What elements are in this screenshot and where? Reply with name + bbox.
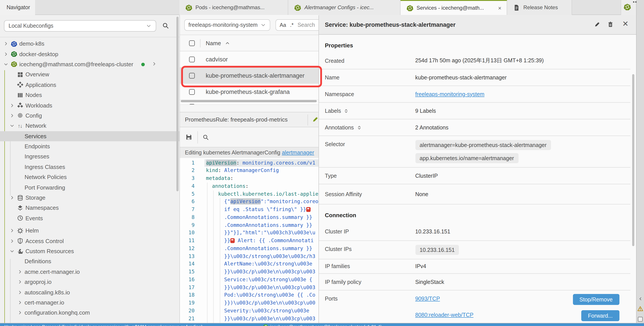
sidebar-item-services[interactable]: Services (0, 131, 179, 141)
sidebar-item-ingress-classes[interactable]: Ingress Classes (0, 162, 179, 172)
sidebar-item-acme-cert-manager-io[interactable]: acme.cert-manager.io (0, 266, 179, 277)
sidebar-item-network-policies[interactable]: Network Policies (0, 172, 179, 182)
sidebar-item-custom-resources[interactable]: Custom Resources (0, 246, 179, 256)
chevron-right-icon[interactable] (10, 113, 17, 118)
chevron-right-icon[interactable] (10, 238, 17, 243)
drawer-scrollbar[interactable] (632, 74, 634, 246)
match-case-toggle[interactable]: Aa (280, 22, 286, 28)
table-horizontal-scrollbar[interactable] (180, 100, 316, 102)
sidebar-item-configuration-konghq-com[interactable]: configuration.konghq.com (0, 308, 179, 318)
sidebar-item-nodes[interactable]: Nodes (0, 90, 179, 100)
sidebar-item-icecheng-mathmast-com-freeleaps-cluster[interactable]: icecheng@mathmast.com@freeleaps-cluster (0, 59, 179, 70)
sidebar-scrollbar[interactable] (176, 17, 178, 191)
sidebar-item-docker-desktop[interactable]: docker-desktop (0, 49, 179, 59)
sidebar-item-endpoints[interactable]: Endpoints (0, 141, 179, 152)
chevron-right-icon[interactable] (18, 270, 24, 274)
namespace-select[interactable]: freeleaps-monitoring-system (184, 19, 270, 31)
sidebar-item-network[interactable]: ↑↓Network (0, 121, 179, 131)
sidebar-item-events[interactable]: Events (0, 213, 179, 223)
sidebar-item-definitions[interactable]: Definitions (0, 256, 179, 266)
port-link-8080-reloader-web-tcp[interactable]: 8080:reloader-web/TCP (415, 312, 473, 318)
table-row-kube-prometheus-stack-alertmanager[interactable]: kube-prometheus-stack-alertmanager (180, 68, 318, 84)
code-line-12[interactable]: 12 .CommonAnnotations.summary }} (180, 245, 318, 253)
code-line-17[interactable]: 17 }}\u003c/p\u003e\n\u003cp\u003 (180, 284, 318, 292)
tab-release-notes[interactable]: Release Notes (507, 0, 572, 15)
row-checkbox[interactable] (189, 56, 195, 62)
chevron-right-icon[interactable] (4, 52, 10, 56)
code-line-7[interactable]: 7 if eq .Status \"firing\" }} (180, 206, 318, 214)
code-line-14[interactable]: 14 AlertName:\u003c/strong\u003e (180, 260, 318, 268)
chevron-right-icon[interactable] (18, 290, 24, 295)
tab-alertmanager-configs-icec[interactable]: Alertmanager Configs - icec... (288, 0, 400, 15)
row-checkbox[interactable] (189, 104, 195, 105)
sidebar-item-namespaces[interactable]: Namespaces (0, 203, 179, 213)
chevron-right-icon[interactable] (18, 310, 24, 315)
chevron-down-icon[interactable] (10, 124, 17, 128)
code-line-6[interactable]: 6 {"apiVersion":"monitoring.coreo (180, 198, 318, 206)
tab-services-icecheng-math[interactable]: Services - icecheng@math...× (400, 0, 507, 15)
sidebar-item-overview[interactable]: Overview (0, 69, 179, 80)
save-icon[interactable] (185, 134, 192, 140)
close-icon[interactable]: ✕ (622, 20, 629, 28)
sidebar-item-argoproj-io[interactable]: argoproj.io (0, 277, 179, 287)
kubeconfig-select[interactable]: Local Kubeconfigs (4, 20, 156, 32)
editor-search-icon[interactable] (202, 134, 208, 140)
table-row-kube-prometheus-stack-grafana[interactable]: kube-prometheus-stack-grafana (180, 84, 318, 100)
expander-icon[interactable] (356, 125, 362, 130)
code-line-11[interactable]: 11 }} Alert: {{ .CommonAnnotati (180, 237, 318, 245)
sidebar-item-cert-manager-io[interactable]: cert-manager.io (0, 298, 179, 308)
sidebar-item-storage[interactable]: Storage (0, 192, 179, 203)
chevron-right-icon[interactable] (18, 300, 24, 305)
sidebar-item-helm[interactable]: Helm (0, 226, 179, 236)
sidebar-item-workloads[interactable]: Workloads (0, 100, 179, 110)
navigator-tab[interactable]: Navigator (0, 0, 35, 15)
code-line-9[interactable]: 9 .CommonAnnotations.summary }} (180, 221, 318, 229)
chevron-right-icon[interactable] (18, 280, 24, 284)
chevron-right-icon[interactable] (10, 228, 17, 233)
sidebar-item-config[interactable]: Config (0, 110, 179, 121)
sidebar-item-port-forwarding[interactable]: Port Forwarding (0, 182, 179, 192)
chevron-right-icon[interactable] (152, 62, 156, 66)
delete-trash-icon[interactable] (607, 22, 613, 27)
sort-ascending-icon[interactable] (225, 40, 230, 46)
code-line-13[interactable]: 13 }}\u003c/strong\u003e\u003c/h3 (180, 252, 318, 260)
row-checkbox[interactable] (189, 72, 195, 78)
search-icon[interactable] (162, 22, 169, 29)
code-line-10[interactable]: 10 }}"}],"html":"\u003ch3\u003e\u (180, 229, 318, 237)
code-line-20[interactable]: 20 Severity:\u003c/strong\u003e (180, 307, 318, 315)
alertmanagerconfig-link[interactable]: alertmanager (282, 150, 314, 156)
expander-icon[interactable] (344, 108, 349, 114)
sidebar-item-ingresses[interactable]: Ingresses (0, 152, 179, 162)
port-button-forward[interactable]: Forward... (581, 310, 619, 321)
sidebar-item-access-control[interactable]: Access Control (0, 236, 179, 246)
edit-pencil-icon[interactable] (312, 116, 318, 122)
code-line-3[interactable]: 3metadata: (180, 175, 318, 182)
port-button-stop-remove[interactable]: Stop/Remove (573, 294, 619, 305)
code-line-4[interactable]: 4 annotations: (180, 182, 318, 190)
tab-pods-icecheng-mathmas[interactable]: Pods - icecheng@mathmas... (179, 0, 288, 15)
chevron-down-icon[interactable] (10, 249, 17, 254)
code-line-1[interactable]: 1apiVersion: monitoring.coreos.com/v1 (180, 159, 318, 167)
chevron-down-icon[interactable] (4, 62, 10, 67)
code-line-2[interactable]: 2kind: AlertmanagerConfig (180, 167, 318, 175)
yaml-editor[interactable]: 1apiVersion: monitoring.coreos.com/v12ki… (180, 158, 318, 323)
port-link-9093-tcp[interactable]: 9093/TCP (415, 296, 440, 302)
code-line-15[interactable]: 15 }}\u003c/p\u003e\n\u003cp\u003 (180, 268, 318, 276)
code-line-19[interactable]: 19 }})\u003c/p\u003e\n\u003cp\u00 (180, 299, 318, 307)
select-all-checkbox[interactable] (189, 40, 195, 46)
sidebar-item-demo-k8s[interactable]: demo-k8s (0, 38, 179, 49)
prometheusrule-dock-tab[interactable]: PrometheusRule: freepeals-prod-metrics (180, 112, 318, 127)
chevron-right-icon[interactable] (10, 103, 17, 108)
chevron-right-icon[interactable] (10, 195, 17, 200)
code-line-21[interactable]: 21 }}\u003c/p\u003e\n\u003cp\u003 (180, 315, 318, 323)
code-line-16[interactable]: 16 Service:\u003c/strong\u003e { (180, 276, 318, 284)
regex-toggle[interactable]: .* (290, 22, 294, 28)
row-checkbox[interactable] (189, 89, 195, 94)
table-row-cadvisor[interactable]: cadvisor (180, 51, 318, 68)
sidebar-item-autoscaling-k8s-io[interactable]: autoscaling.k8s.io (0, 287, 179, 298)
code-line-8[interactable]: 8 .CommonAnnotations.summary }} (180, 214, 318, 222)
code-line-5[interactable]: 5 kubectl.kubernetes.io/last-applie (180, 190, 318, 198)
sidebar-item-applications[interactable]: Applications (0, 80, 179, 90)
chevron-right-icon[interactable] (4, 41, 10, 46)
edit-pencil-icon[interactable] (594, 22, 600, 27)
